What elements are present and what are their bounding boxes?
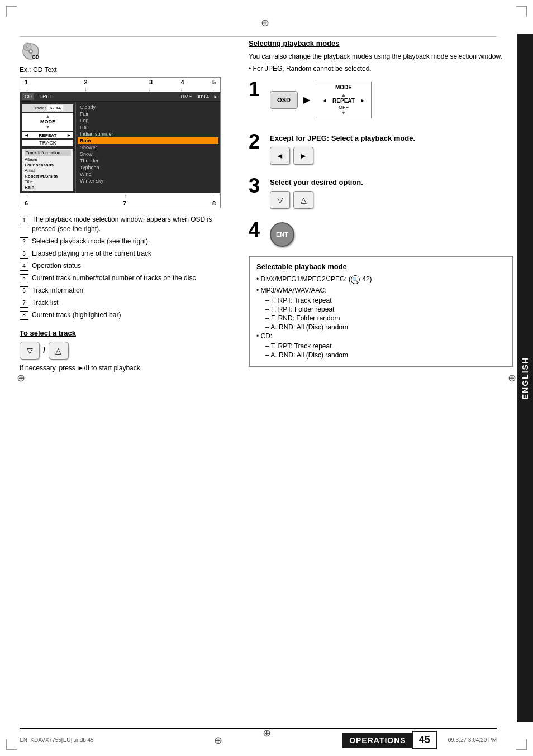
track-label-diag: TRACK <box>39 140 56 146</box>
track-hail: Hail <box>78 124 218 131</box>
diagram-num-4: 4 <box>180 79 184 85</box>
step-2-num: 2 <box>249 132 265 152</box>
track-snow: Snow <box>78 151 218 157</box>
track-info-header: Track Information <box>25 150 71 156</box>
svg-point-5 <box>27 46 28 47</box>
t-rpt-label: T.RPT <box>39 94 53 99</box>
repeat-display: REPEAT <box>332 98 355 104</box>
footer-left: EN_KDAVX7755[EU]f.indb 45 <box>20 737 94 743</box>
step-3-instruction: Select your desired option. <box>270 178 513 186</box>
num-box-5: 5 <box>20 274 28 283</box>
track-cloudy: Cloudy <box>78 104 218 111</box>
item-2-text: Selected playback mode (see the right). <box>32 237 150 246</box>
track-row-diag: TRACK <box>22 140 73 146</box>
sub-t-rpt: – T. RPT: Track repeat <box>265 296 506 304</box>
step-3-buttons: ▽ △ <box>270 191 513 209</box>
selectable-cd: • CD: <box>256 332 506 340</box>
album-value-diag: Four seasons <box>25 162 71 168</box>
track-fair: Fair <box>78 111 218 117</box>
playback-bullet: If necessary, press ►/II to start playba… <box>20 364 237 372</box>
num-box-3: 3 <box>20 250 28 259</box>
diagram-num-8: 8 <box>212 200 216 207</box>
sub-f-rpt: – F. RPT: Folder repeat <box>265 305 506 313</box>
step-4-num: 4 <box>249 220 265 240</box>
artist-label-diag: Artist <box>25 168 71 174</box>
page-number: 45 <box>412 731 437 749</box>
item-8: 8 Current track (highlighted bar) <box>20 310 237 320</box>
step-2-buttons: ◄ ► <box>270 147 513 165</box>
top-divider-line <box>20 36 497 37</box>
sub-f-rnd: – F. RND: Folder random <box>265 314 506 322</box>
corner-mark-br <box>516 739 527 750</box>
album-label-diag: Album <box>25 156 71 162</box>
step-2-row: 2 Except for JPEG: Select a playback mod… <box>249 132 513 169</box>
item-6-text: Track information <box>32 286 83 295</box>
item-3-text: Elapsed playing time of the current trac… <box>32 249 151 259</box>
selectable-playback-box: Selectable playback mode • DivX/MPEG1/MP… <box>249 256 513 367</box>
title-value-diag: Rain <box>25 185 71 190</box>
item-3: 3 Elapsed playing time of the current tr… <box>20 249 237 259</box>
item-1-text: The playback mode selection window: appe… <box>32 215 237 234</box>
track-wind: Wind <box>78 171 218 178</box>
search-icon: 🔍 <box>351 275 360 284</box>
footer: EN_KDAVX7755[EU]f.indb 45 ⊕ OPERATIONS 4… <box>20 728 497 749</box>
mode-diagram: OSD ▶ MODE ▲ ◄ REPEAT ► OFF <box>270 82 513 118</box>
cd-badge: CD <box>22 93 34 100</box>
up-arrow-button[interactable]: △ <box>293 191 313 209</box>
num-box-8: 8 <box>20 311 28 320</box>
corner-mark-bl <box>6 739 17 750</box>
title-label-diag: Title <box>25 179 71 185</box>
right-arrow-button[interactable]: ► <box>293 147 313 165</box>
cd-icon: CD <box>20 39 42 61</box>
osd-label: OSD <box>277 97 291 103</box>
track-list-panel: Cloudy Fair Fog Hail Indian summer Rain … <box>76 102 220 193</box>
track-value: 6 / 14 <box>47 105 63 111</box>
english-sidebar: ENGLISH <box>517 34 533 722</box>
diagram-num-6: 6 <box>25 200 28 207</box>
select-track-heading: To select a track <box>20 329 237 337</box>
num-box-1: 1 <box>20 216 28 224</box>
item-5: 5 Current track number/total number of t… <box>20 274 237 283</box>
item-7: 7 Track list <box>20 298 237 308</box>
num-box-4: 4 <box>20 262 28 271</box>
osd-button[interactable]: OSD <box>270 91 298 109</box>
down-nav-button[interactable]: ▽ <box>20 342 40 360</box>
playback-modes-section: Selecting playback modes You can also ch… <box>249 39 513 247</box>
bottom-divider-line <box>20 725 497 725</box>
sub-a-rnd-cd: – A. RND: All (Disc) random <box>265 351 506 359</box>
cd-icon-area: CD <box>20 39 237 61</box>
artist-value-diag: Robert M.Smith <box>25 174 71 179</box>
repeat-row: ◄ REPEAT ► <box>22 132 73 138</box>
ent-label: ENT <box>276 231 288 238</box>
item-1: 1 The playback mode selection window: ap… <box>20 215 237 234</box>
track-shower: Shower <box>78 144 218 151</box>
sub-a-rnd-mp3: – A. RND: All (Disc) random <box>265 323 506 331</box>
operations-label: OPERATIONS <box>342 733 413 748</box>
footer-right-area: OPERATIONS 45 09.3.27 3:04:20 PM <box>342 731 497 749</box>
item-8-text: Current track (highlighted bar) <box>32 310 121 320</box>
arrow-right-connector: ▶ <box>303 94 310 105</box>
down-arrow-button[interactable]: ▽ <box>270 191 290 209</box>
item-2: 2 Selected playback mode (see the right)… <box>20 237 237 246</box>
track-fog: Fog <box>78 117 218 124</box>
slash-divider: / <box>43 346 45 355</box>
num-box-2: 2 <box>20 237 28 246</box>
ent-button[interactable]: ENT <box>270 222 294 247</box>
mode-label-diag: MODE <box>25 119 71 125</box>
track-typhoon: Typhoon <box>78 164 218 171</box>
mode-box: ▲ MODE ▼ <box>22 113 73 131</box>
footer-timestamp: 09.3.27 3:04:20 PM <box>448 737 497 743</box>
step-3-content: Select your desired option. ▽ △ <box>270 176 513 213</box>
intro-text: You can also change the playback modes u… <box>249 52 513 61</box>
diagram-num-2: 2 <box>84 79 87 85</box>
playback-modes-heading: Selecting playback modes <box>249 39 513 47</box>
track-winter-sky: Winter sky <box>78 178 218 184</box>
selectable-divx: • DivX/MPEG1/MPEG2/JPEG: (🔍 42) <box>256 275 506 284</box>
diagram-num-3: 3 <box>149 79 153 85</box>
svg-point-2 <box>30 50 32 52</box>
step-1-num: 1 <box>249 79 265 99</box>
off-label: OFF <box>322 104 365 110</box>
up-nav-button[interactable]: △ <box>49 342 69 360</box>
left-arrow-button[interactable]: ◄ <box>270 147 290 165</box>
item-6: 6 Track information <box>20 286 237 295</box>
